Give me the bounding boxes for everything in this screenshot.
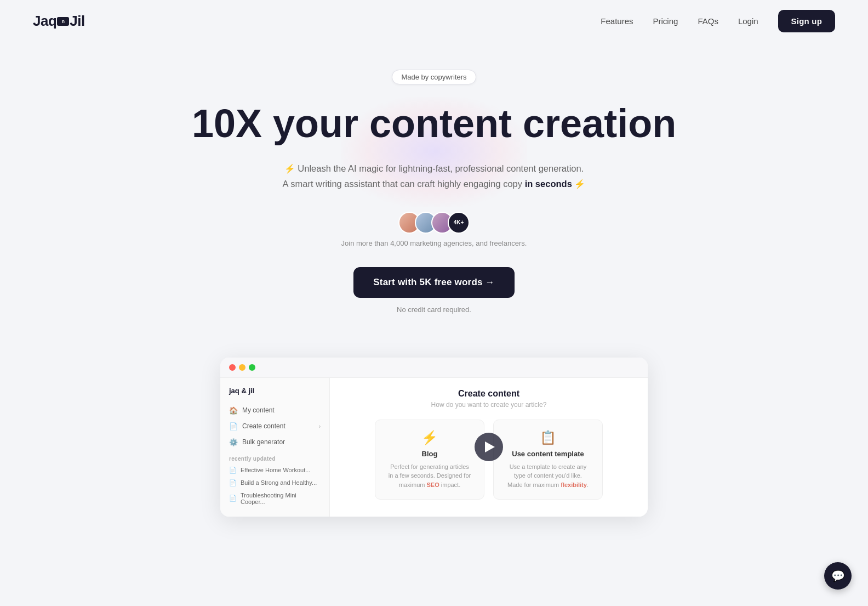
nav-faqs[interactable]: FAQs (698, 16, 718, 26)
avatars-row: 4K+ (398, 212, 470, 234)
app-card-blog-title: Blog (387, 450, 472, 458)
hero-badge: Made by copywriters (392, 70, 476, 84)
app-body: jaq & jil 🏠 My content 📄 Create content … (220, 378, 648, 517)
app-sidebar: jaq & jil 🏠 My content 📄 Create content … (220, 378, 330, 517)
sidebar-create-content-label: Create content (242, 422, 285, 430)
dot-red (229, 364, 236, 371)
app-card-template-title: Use content template (506, 450, 590, 458)
no-credit-card-text: No credit card required. (397, 305, 471, 314)
doc-icon-1: 📄 (229, 467, 237, 474)
recently-updated-label: recently updated (220, 450, 329, 464)
doc-icon-2: 📄 (229, 479, 237, 486)
play-triangle-icon (485, 441, 495, 452)
nav-links: Features Pricing FAQs Login Sign up (601, 10, 835, 32)
recent-item-1-label: Effective Home Workout... (241, 467, 310, 473)
lightning-suffix-icon: ⚡ (574, 179, 585, 189)
logo-text-jaq: Jaq (33, 13, 56, 30)
app-main: Create content How do you want to create… (330, 378, 648, 517)
avatar-count: 4K+ (448, 212, 470, 234)
sidebar-item-create-content[interactable]: 📄 Create content › (220, 418, 329, 434)
lightning-prefix-icon: ⚡ (284, 164, 295, 173)
app-topbar (220, 358, 648, 378)
avatars-section: 4K+ Join more than 4,000 marketing agenc… (341, 212, 527, 247)
chat-bubble-button[interactable]: 💬 (824, 562, 852, 590)
nav-pricing[interactable]: Pricing (653, 16, 678, 26)
nav-features[interactable]: Features (601, 16, 633, 26)
cta-button[interactable]: Start with 5K free words → (353, 267, 515, 298)
hero-subtitle-bold: in seconds (525, 179, 572, 189)
dot-yellow (239, 364, 245, 371)
nav-login[interactable]: Login (738, 16, 758, 26)
sidebar-recent-3[interactable]: 📄 Troubleshooting Mini Cooper... (220, 489, 329, 508)
sidebar-recent-1[interactable]: 📄 Effective Home Workout... (220, 464, 329, 477)
logo[interactable]: JaqnJil (33, 13, 85, 30)
sidebar-item-my-content[interactable]: 🏠 My content (220, 403, 329, 418)
blog-desc-highlight: SEO (426, 482, 439, 488)
recent-item-3-label: Troubleshooting Mini Cooper... (241, 492, 321, 505)
doc-icon-3: 📄 (229, 495, 237, 502)
lightning-card-icon: ⚡ (387, 430, 472, 445)
app-card-template-desc: Use a template to create any type of con… (506, 462, 590, 490)
play-button[interactable] (475, 433, 503, 461)
hero-subtitle: ⚡ Unleash the AI magic for lightning-fas… (281, 161, 587, 191)
avatar-caption: Join more than 4,000 marketing agencies,… (341, 239, 527, 247)
home-icon: 🏠 (229, 406, 238, 415)
dot-green (249, 364, 255, 371)
chat-icon: 💬 (831, 569, 845, 582)
sidebar-logo: jaq & jil (220, 387, 329, 403)
template-card-icon: 📋 (506, 430, 590, 445)
navbar: JaqnJil Features Pricing FAQs Login Sign… (0, 0, 868, 42)
hero-title-10x: 10X (192, 101, 262, 145)
document-icon: 📄 (229, 422, 238, 431)
app-card-template[interactable]: 📋 Use content template Use a template to… (493, 420, 603, 500)
template-desc-highlight: flexibility (561, 482, 587, 488)
app-card-blog-desc: Perfect for generating articles in a few… (387, 462, 472, 490)
app-main-subtitle: How do you want to create your article? (431, 401, 547, 409)
app-main-title: Create content (458, 389, 519, 399)
hero-section: Made by copywriters 10X your content cre… (0, 42, 868, 330)
recent-item-2-label: Build a Strong and Healthy... (241, 479, 317, 486)
logo-text-jil: Jil (70, 13, 84, 30)
hero-title-rest: your content creation (262, 101, 676, 145)
app-preview: jaq & jil 🏠 My content 📄 Create content … (220, 358, 648, 517)
app-card-blog[interactable]: ⚡ Blog Perfect for generating articles i… (375, 420, 484, 500)
signup-button[interactable]: Sign up (778, 10, 835, 32)
chevron-right-icon: › (319, 423, 321, 429)
sidebar-my-content-label: My content (242, 406, 275, 414)
hero-title: 10X your content creation (192, 102, 676, 145)
logo-bracket: n (57, 17, 69, 26)
sidebar-bulk-generator-label: Bulk generator (242, 438, 285, 446)
gear-icon: ⚙️ (229, 438, 238, 446)
template-desc-suffix: . (587, 482, 589, 488)
sidebar-item-bulk-generator[interactable]: ⚙️ Bulk generator (220, 434, 329, 450)
sidebar-recent-2[interactable]: 📄 Build a Strong and Healthy... (220, 477, 329, 489)
blog-desc-suffix: impact. (439, 482, 461, 488)
